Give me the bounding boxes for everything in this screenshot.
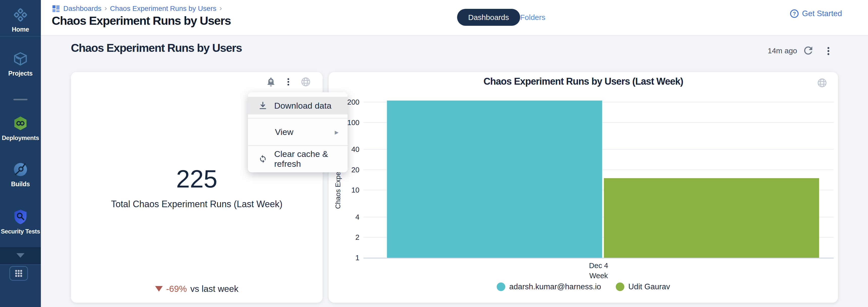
top-header: Dashboards › Chaos Experiment Runs by Us…: [41, 0, 868, 36]
sidebar-item-builds[interactable]: Builds: [0, 162, 41, 188]
sidebar-label-projects: Projects: [0, 70, 41, 77]
breadcrumb: Dashboards › Chaos Experiment Runs by Us…: [52, 4, 222, 13]
sidebar-item-home[interactable]: Home: [0, 7, 41, 33]
home-icon: [13, 7, 28, 23]
sidebar-label-deployments: Deployments: [0, 134, 41, 141]
sidebar-section-divider: [13, 99, 28, 100]
delta-down-icon: [155, 286, 163, 291]
legend-label: adarsh.kumar@harness.io: [509, 282, 601, 291]
y-tick-label: 1: [329, 254, 360, 262]
y-tick-label: 4: [329, 213, 360, 221]
breadcrumb-link-current[interactable]: Chaos Experiment Runs by Users: [110, 4, 216, 12]
svg-text:?: ?: [793, 11, 796, 17]
menu-item-label: Clear cache & refresh: [274, 149, 348, 169]
legend-dot-icon: [497, 282, 505, 291]
breadcrumb-separator-icon: ›: [104, 4, 107, 12]
dashboards-grid-icon: [52, 4, 60, 13]
delta-note: vs last week: [190, 284, 239, 294]
sidebar-item-security-tests[interactable]: Security Tests: [0, 209, 41, 235]
app-root: Home Projects: [0, 0, 868, 307]
y-tick-label: 2: [329, 233, 360, 242]
bar-series-1[interactable]: [387, 101, 602, 258]
stat-label: Total Chaos Experiment Runs (Last Week): [71, 199, 322, 210]
bar-series-2[interactable]: [604, 178, 819, 258]
breadcrumb-separator-icon: ›: [219, 4, 222, 12]
sidebar-label-builds: Builds: [0, 180, 41, 188]
tab-dashboards[interactable]: Dashboards: [457, 9, 520, 26]
sidebar-item-projects[interactable]: Projects: [0, 52, 41, 77]
legend-item[interactable]: Udit Gaurav: [616, 282, 670, 291]
menu-item-download-data[interactable]: Download data: [248, 97, 348, 114]
sidebar-item-deployments[interactable]: Deployments: [0, 116, 41, 141]
x-axis-title: Week: [364, 272, 834, 280]
sidebar: Home Projects: [0, 0, 41, 307]
stat-delta-row: -69% vs last week: [71, 284, 322, 294]
modules-grid-icon: [16, 270, 22, 277]
page-title: Chaos Experiment Runs by Users: [52, 13, 231, 28]
deployments-icon: [13, 116, 28, 132]
breadcrumb-link-dashboards[interactable]: Dashboards: [63, 4, 101, 12]
legend-label: Udit Gaurav: [628, 282, 670, 291]
sidebar-divider: [0, 36, 41, 37]
help-question-icon: ?: [790, 9, 799, 18]
menu-item-label: Download data: [274, 101, 332, 111]
security-tests-icon: [13, 209, 28, 225]
projects-icon: [13, 52, 28, 67]
tile-context-menu: Download data View ▸ Clear cache & refre…: [248, 92, 348, 172]
y-tick-label: 10: [329, 186, 360, 194]
get-started-link[interactable]: ? Get Started: [790, 9, 842, 18]
x-axis-tick-label: Dec 4: [364, 261, 834, 270]
chart-title: Chaos Experiment Runs by Users (Last Wee…: [329, 76, 838, 87]
dashboard-kebab-menu-button[interactable]: [823, 46, 834, 58]
alert-bell-icon[interactable]: [266, 77, 276, 87]
sidebar-collapse-section[interactable]: [0, 247, 41, 265]
menu-item-clear-cache-refresh[interactable]: Clear cache & refresh: [248, 145, 348, 172]
last-updated-timestamp: 14m ago: [757, 47, 797, 55]
builds-icon: [13, 162, 28, 178]
plot-area: [364, 102, 834, 258]
refresh-button[interactable]: [802, 45, 814, 58]
clear-cache-refresh-icon: [258, 154, 268, 164]
sidebar-label-security-tests: Security Tests: [0, 228, 41, 235]
chart-legend: adarsh.kumar@harness.io Udit Gaurav: [329, 282, 838, 291]
tile-actions: [266, 77, 311, 87]
module-picker-button[interactable]: [9, 266, 28, 281]
legend-dot-icon: [616, 282, 624, 291]
chart-tile: Chaos Experiment Runs by Users (Last Wee…: [329, 72, 838, 303]
timezone-globe-icon[interactable]: [301, 77, 311, 87]
download-icon: [258, 101, 268, 110]
dashboard-title: Chaos Experiment Runs by Users: [71, 41, 242, 55]
menu-item-view[interactable]: View ▸: [248, 118, 348, 145]
submenu-arrow-icon: ▸: [335, 128, 339, 136]
get-started-label: Get Started: [802, 9, 842, 18]
chevron-down-icon: [17, 253, 25, 258]
tab-folders[interactable]: Folders: [520, 9, 546, 26]
legend-item[interactable]: adarsh.kumar@harness.io: [497, 282, 601, 291]
menu-item-label: View: [275, 127, 293, 137]
sidebar-label-home: Home: [0, 26, 41, 33]
tile-kebab-menu-button[interactable]: [283, 77, 293, 87]
timezone-globe-icon[interactable]: [817, 78, 827, 89]
delta-value: -69%: [166, 284, 187, 294]
